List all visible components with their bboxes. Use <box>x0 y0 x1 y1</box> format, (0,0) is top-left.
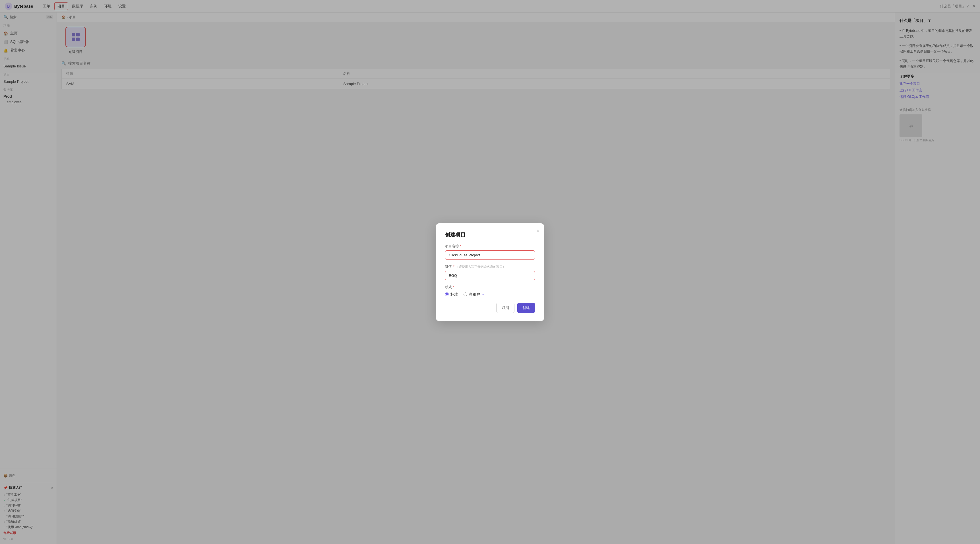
required-star-mode: * <box>453 285 455 289</box>
dialog-radio-group: 标准 多租户 ✦ <box>445 292 535 297</box>
cancel-button[interactable]: 取消 <box>496 303 514 313</box>
required-star-key: * <box>453 265 455 269</box>
radio-standard-label: 标准 <box>450 292 458 297</box>
dialog-field-name: 项目名称 * <box>445 244 535 260</box>
dialog-overlay: 创建项目 × 项目名称 * 键值 * （请使用大写字母来命名您的项目） 模式 * <box>0 0 980 544</box>
multi-tenant-badge: ✦ <box>482 292 484 296</box>
radio-multi-tenant[interactable]: 多租户 ✦ <box>463 292 484 297</box>
create-button[interactable]: 创建 <box>517 303 535 313</box>
key-input[interactable] <box>445 271 535 280</box>
create-project-dialog: 创建项目 × 项目名称 * 键值 * （请使用大写字母来命名您的项目） 模式 * <box>436 223 544 321</box>
dialog-label-key: 键值 * （请使用大写字母来命名您的项目） <box>445 264 535 269</box>
radio-multi-tenant-input[interactable] <box>463 292 467 296</box>
radio-standard[interactable]: 标准 <box>445 292 458 297</box>
dialog-field-key: 键值 * （请使用大写字母来命名您的项目） <box>445 264 535 280</box>
dialog-actions: 取消 创建 <box>445 303 535 313</box>
project-name-input[interactable] <box>445 250 535 260</box>
dialog-label-name: 项目名称 * <box>445 244 535 249</box>
dialog-mode-section: 模式 * 标准 多租户 ✦ <box>445 285 535 297</box>
radio-multi-tenant-label: 多租户 <box>469 292 480 297</box>
radio-standard-input[interactable] <box>445 292 449 296</box>
dialog-close-button[interactable]: × <box>536 228 539 234</box>
required-star-name: * <box>460 244 461 248</box>
dialog-mode-label: 模式 * <box>445 285 535 290</box>
dialog-title: 创建项目 <box>445 231 535 238</box>
key-hint: （请使用大写字母来命名您的项目） <box>456 265 506 269</box>
